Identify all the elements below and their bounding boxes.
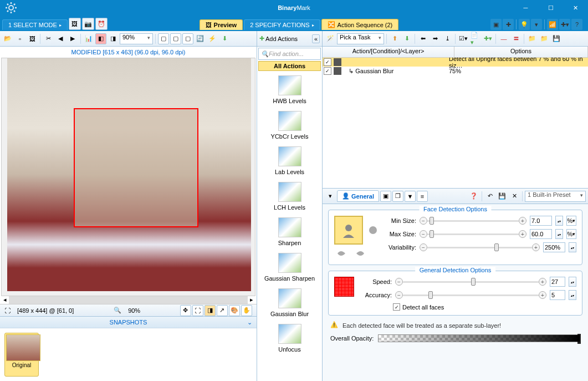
opacity-slider[interactable] xyxy=(378,334,580,342)
variability-input[interactable]: 250% xyxy=(543,242,565,252)
square-b[interactable]: ▢ xyxy=(170,33,181,44)
action-item[interactable]: LCH Levels xyxy=(259,182,320,211)
sequence-row[interactable]: ✓Detect all Upright faces between 7 % an… xyxy=(323,58,588,67)
pic-icon[interactable]: 🖼 xyxy=(27,33,38,44)
rib-icon-flag[interactable]: ▾ xyxy=(531,19,542,30)
snapshots-header[interactable]: SNAPSHOTS⌄ xyxy=(0,317,257,328)
ribbon-tool-camera[interactable]: 📷 xyxy=(82,18,94,30)
status-btn-6[interactable]: ✋ xyxy=(241,305,252,316)
snapshot-item[interactable]: Original xyxy=(4,333,39,377)
accuracy-input[interactable]: 5 xyxy=(550,290,565,300)
mode-a-icon[interactable]: ◧ xyxy=(95,33,106,44)
opt-layers-icon[interactable]: ❐ xyxy=(392,191,403,202)
tab-general[interactable]: 👤 General xyxy=(337,190,379,202)
min-size-slider[interactable]: −+ xyxy=(420,216,526,226)
accuracy-spin[interactable]: ▴▾ xyxy=(569,290,576,300)
min-size-pct[interactable]: %▾ xyxy=(566,216,576,226)
square-c[interactable]: ▢ xyxy=(182,33,193,44)
fwd-icon[interactable]: ▶ xyxy=(67,33,78,44)
right-icon[interactable]: ➡ xyxy=(430,33,441,44)
max-size-pct[interactable]: %▾ xyxy=(566,229,576,239)
max-size-input[interactable]: 60.0 xyxy=(530,229,552,239)
help-icon[interactable]: ❓ xyxy=(468,191,479,202)
settings-gear-icon[interactable] xyxy=(3,0,19,16)
face-upright-icon[interactable] xyxy=(334,216,363,245)
folder-add-icon[interactable]: 📁 xyxy=(539,33,550,44)
close-button[interactable]: ✕ xyxy=(563,0,588,16)
max-size-spin[interactable]: ▴▾ xyxy=(555,229,563,239)
rib-icon-help[interactable]: ? xyxy=(571,19,582,30)
undo-icon[interactable]: ↶ xyxy=(484,191,495,202)
detect-all-checkbox[interactable]: ✓ xyxy=(393,303,400,311)
action-item[interactable]: Gaussian Sharpen xyxy=(259,253,320,282)
face-profile-r-icon[interactable] xyxy=(352,247,367,260)
face-profile-l-icon[interactable] xyxy=(334,247,350,260)
status-btn-5[interactable]: 🎨 xyxy=(229,305,240,316)
all-actions-header[interactable]: All Actions xyxy=(258,61,321,71)
action-list[interactable]: HWB LevelsYCbCr LevelsLab LevelsLCH Leve… xyxy=(257,73,322,381)
seq-wand-icon[interactable]: 🪄 xyxy=(325,33,336,44)
min-size-input[interactable]: 7.0 xyxy=(530,216,552,226)
up-icon[interactable]: ⬆ xyxy=(389,33,400,44)
folder-icon[interactable]: 📁 xyxy=(526,33,538,44)
cut-icon[interactable]: ✂ xyxy=(43,33,54,44)
grid-icon[interactable] xyxy=(334,277,354,297)
action-item[interactable]: Gaussian Blur xyxy=(259,288,320,317)
chart-icon[interactable]: 📊 xyxy=(83,33,94,44)
action-item[interactable]: YCbCr Levels xyxy=(259,111,320,140)
save2-icon[interactable]: 💾 xyxy=(497,191,508,202)
row-checkbox[interactable]: ✓ xyxy=(324,58,331,66)
tab-action-sequence[interactable]: 🔀 Action Sequence (2) xyxy=(321,19,399,30)
pick-task-select[interactable]: Pick a Task xyxy=(337,33,384,44)
maximize-button[interactable]: ☐ xyxy=(538,0,563,16)
status-btn-2[interactable]: ⛶ xyxy=(192,305,203,316)
row-checkbox[interactable]: ✓ xyxy=(324,67,331,75)
del-icon[interactable]: ✕ xyxy=(509,191,520,202)
ribbon-tool-clock[interactable]: ⏰ xyxy=(95,18,108,30)
back-icon[interactable]: ◀ xyxy=(55,33,66,44)
tab-specify-actions[interactable]: 2 SPECIFY ACTIONS ▸ xyxy=(244,19,320,30)
opt-filter-icon[interactable]: ▼ xyxy=(405,191,416,202)
action-item[interactable]: Unfocus xyxy=(259,324,320,353)
check-icon[interactable]: ☑▾ xyxy=(458,33,469,44)
rib-icon-bulb[interactable]: 💡 xyxy=(519,19,530,30)
rib-icon-1[interactable]: ▣ xyxy=(490,19,502,30)
status-btn-1[interactable]: ✥ xyxy=(180,305,191,316)
tab-select-mode[interactable]: 1 SELECT MODE ▸ xyxy=(2,19,68,30)
add2-icon[interactable]: ✚▾ xyxy=(482,33,493,44)
save-icon[interactable]: 💾 xyxy=(551,33,562,44)
collapse-icon[interactable]: « xyxy=(312,34,320,43)
face-rotate-icon[interactable] xyxy=(366,223,380,237)
minus-icon[interactable]: — xyxy=(498,33,509,44)
speed-input[interactable]: 27 xyxy=(550,277,565,287)
variability-slider[interactable]: −+ xyxy=(420,242,540,252)
tab-preview[interactable]: 🖼 Preview xyxy=(200,19,243,30)
max-size-slider[interactable]: −+ xyxy=(420,229,526,239)
action-item[interactable]: Sharpen xyxy=(259,217,320,246)
status-btn-4[interactable]: ↗ xyxy=(217,305,228,316)
speed-spin[interactable]: ▴▾ xyxy=(569,277,576,287)
sequence-list[interactable]: ✓Detect all Upright faces between 7 % an… xyxy=(323,58,588,188)
minus2-icon[interactable]: 〓 xyxy=(510,33,521,44)
ribbon-tool-1[interactable]: 🖼 xyxy=(69,18,81,30)
opt-eq-icon[interactable]: ≡ xyxy=(417,191,428,202)
bolt-icon[interactable]: ⚡ xyxy=(207,33,218,44)
image-view[interactable] xyxy=(1,58,255,296)
down-icon[interactable]: ⬇ xyxy=(401,33,412,44)
zoom-select[interactable]: 90% xyxy=(120,33,153,44)
accuracy-slider[interactable]: −+ xyxy=(395,290,546,300)
speed-slider[interactable]: −+ xyxy=(395,277,546,287)
square-a[interactable]: ▢ xyxy=(158,33,169,44)
last-icon[interactable]: ⤓ xyxy=(442,33,453,44)
search-input[interactable]: 🔍 Find action... xyxy=(258,48,321,60)
rib-icon-plus[interactable]: ✚▾ xyxy=(559,19,570,30)
new-icon[interactable]: ▫ xyxy=(14,33,25,44)
rib-icon-wifi[interactable]: 📶 xyxy=(547,19,558,30)
action-item[interactable]: Lab Levels xyxy=(259,146,320,175)
down-arrow-icon[interactable]: ⬇ xyxy=(219,33,230,44)
min-size-spin[interactable]: ▴▾ xyxy=(555,216,563,226)
open-icon[interactable]: 📂 xyxy=(2,33,13,44)
opt-sq-icon[interactable]: ▣ xyxy=(380,191,391,202)
col-action[interactable]: Action/[Condition]/<Layer> xyxy=(323,47,454,57)
refresh-icon[interactable]: 🔄 xyxy=(195,33,206,44)
